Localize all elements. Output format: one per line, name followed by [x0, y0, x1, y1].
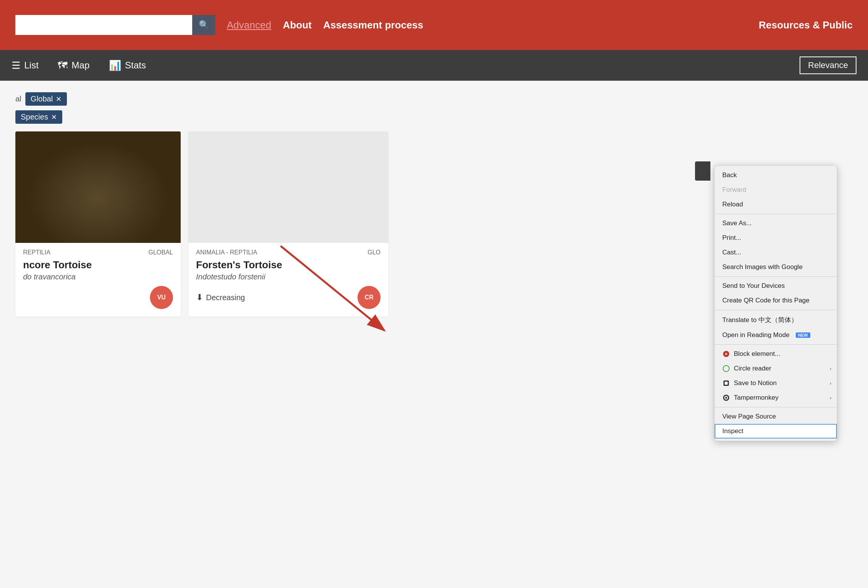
card-1-title: ncore Tortoise [23, 259, 173, 271]
menu-item-reload[interactable]: Reload [715, 197, 837, 212]
tampermonkey-arrow-icon: › [830, 395, 831, 401]
block-element-icon [722, 350, 730, 358]
card-1-image [15, 131, 181, 243]
trend-label: Decreasing [206, 293, 245, 302]
filter-tag-species[interactable]: Species ✕ [15, 110, 62, 124]
nav-assessment[interactable]: Assessment process [323, 19, 423, 31]
menu-save-notion-label: Save to Notion [734, 379, 777, 387]
nav-about[interactable]: About [283, 19, 312, 31]
main-content: al Global ✕ Species ✕ REPTILIA GLOBAL [0, 81, 868, 588]
toolbar-list-label: List [24, 60, 38, 71]
filter-tag-species-label: Species [21, 113, 48, 121]
card-1-status: VU [150, 286, 173, 309]
toolbar-stats[interactable]: 📊 Stats [109, 60, 146, 71]
trend-indicator: ⬇ Decreasing [196, 292, 245, 302]
card-2-class: ANIMALIA - REPTILIA [196, 249, 257, 256]
circle-reader-icon [722, 365, 730, 372]
search-input[interactable]: Travancore Tortoise [15, 15, 192, 35]
menu-item-save-notion[interactable]: Save to Notion › [715, 376, 837, 390]
card-1-footer: VU [23, 286, 173, 309]
header: Travancore Tortoise 🔍 Advanced About Ass… [0, 0, 868, 50]
menu-search-images-label: Search Images with Google [722, 263, 803, 271]
menu-item-saveas[interactable]: Save As... [715, 216, 837, 231]
save-notion-arrow-icon: › [830, 380, 831, 386]
card-1-body: REPTILIA GLOBAL ncore Tortoise do travan… [15, 243, 181, 317]
menu-item-translate[interactable]: Translate to 中文（简体） [715, 312, 837, 328]
search-icon: 🔍 [199, 20, 209, 30]
separator-5 [715, 407, 837, 407]
toolbar-map[interactable]: 🗺 Map [58, 60, 90, 71]
menu-item-qr-code[interactable]: Create QR Code for this Page [715, 293, 837, 308]
menu-item-inspect[interactable]: Inspect [715, 424, 837, 439]
menu-inspect-label: Inspect [722, 427, 743, 435]
stats-icon: 📊 [109, 60, 121, 71]
card-1-subtitle: do travancorica [23, 272, 173, 281]
menu-back-label: Back [722, 171, 737, 179]
menu-item-search-images[interactable]: Search Images with Google [715, 260, 837, 274]
menu-item-print[interactable]: Print... [715, 231, 837, 245]
card-1-region: GLOBAL [148, 249, 173, 256]
svg-point-6 [725, 397, 727, 399]
menu-print-label: Print... [722, 234, 741, 242]
toolbar-map-label: Map [72, 60, 90, 71]
menu-item-block-element[interactable]: Block element... [715, 347, 837, 361]
search-button[interactable]: 🔍 [192, 15, 215, 35]
card-2[interactable]: ANIMALIA - REPTILIA GLO Forsten's Tortoi… [188, 131, 388, 317]
filter-prefix-global: al [15, 95, 22, 103]
menu-item-view-source[interactable]: View Page Source [715, 409, 837, 424]
filter-tag-global[interactable]: Global ✕ [25, 92, 67, 106]
filter-tag-species-close[interactable]: ✕ [51, 113, 57, 121]
filter-row-species: Species ✕ [15, 110, 853, 124]
menu-saveas-label: Save As... [722, 219, 752, 227]
save-notion-icon [722, 379, 730, 387]
filter-tag-global-label: Global [31, 95, 53, 103]
menu-item-back[interactable]: Back [715, 168, 837, 183]
new-badge: NEW [796, 332, 810, 338]
menu-item-cast[interactable]: Cast... [715, 245, 837, 260]
toolbar: ☰ List 🗺 Map 📊 Stats Relevance [0, 50, 868, 81]
relevance-button[interactable]: Relevance [800, 56, 856, 74]
dark-button-edge [695, 161, 710, 181]
nav-advanced[interactable]: Advanced [227, 19, 271, 31]
card-2-region: GLO [367, 249, 381, 256]
card-2-footer: ⬇ Decreasing CR [196, 286, 381, 309]
menu-item-forward: Forward [715, 183, 837, 197]
card-2-body: ANIMALIA - REPTILIA GLO Forsten's Tortoi… [188, 243, 388, 317]
tampermonkey-icon [722, 394, 730, 402]
menu-reload-label: Reload [722, 201, 743, 208]
list-icon: ☰ [12, 60, 20, 71]
separator-1 [715, 214, 837, 214]
circle-reader-arrow-icon: › [830, 365, 831, 372]
card-1-taxonomy: REPTILIA GLOBAL [23, 249, 173, 256]
trend-arrow-icon: ⬇ [196, 292, 203, 302]
menu-send-devices-label: Send to Your Devices [722, 282, 785, 290]
menu-item-send-devices[interactable]: Send to Your Devices [715, 279, 837, 293]
card-2-status: CR [358, 286, 381, 309]
menu-qr-code-label: Create QR Code for this Page [722, 297, 810, 304]
card-1[interactable]: REPTILIA GLOBAL ncore Tortoise do travan… [15, 131, 181, 317]
menu-item-reading-mode[interactable]: Open in Reading Mode NEW [715, 328, 837, 342]
card-1-image-placeholder [15, 131, 181, 243]
card-1-class: REPTILIA [23, 249, 50, 256]
toolbar-list[interactable]: ☰ List [12, 60, 38, 71]
menu-reading-mode-label: Open in Reading Mode [722, 331, 790, 339]
separator-3 [715, 310, 837, 310]
filter-tag-global-close[interactable]: ✕ [56, 95, 62, 103]
menu-item-tampermonkey[interactable]: Tampermonkey › [715, 390, 837, 405]
toolbar-stats-label: Stats [125, 60, 146, 71]
card-2-taxonomy: ANIMALIA - REPTILIA GLO [196, 249, 381, 256]
map-icon: 🗺 [58, 60, 68, 71]
filter-section: al Global ✕ Species ✕ [15, 92, 853, 124]
nav-resources[interactable]: Resources & Public [759, 19, 853, 31]
context-menu: Back Forward Reload Save As... Print... … [714, 165, 837, 441]
menu-item-circle-reader[interactable]: Circle reader › [715, 361, 837, 376]
menu-circle-reader-label: Circle reader [734, 365, 771, 372]
separator-4 [715, 344, 837, 345]
menu-tampermonkey-label: Tampermonkey [734, 394, 778, 402]
card-2-image [188, 131, 388, 243]
card-2-subtitle: Indotestudo forstenii [196, 272, 381, 281]
menu-cast-label: Cast... [722, 249, 741, 256]
filter-row-global: al Global ✕ [15, 92, 853, 106]
menu-forward-label: Forward [722, 186, 746, 194]
menu-block-element-label: Block element... [734, 350, 780, 358]
